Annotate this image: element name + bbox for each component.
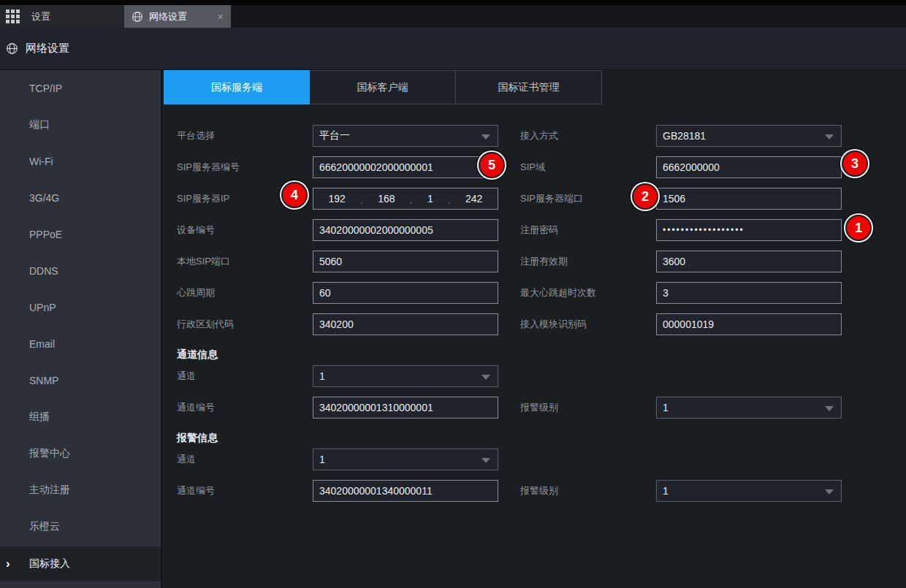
page-body: TCP/IP 端口 Wi-Fi 3G/4G PPPoE DDNS UPnP Em… (0, 70, 906, 588)
sidebar-item-lechange[interactable]: 乐橙云 (0, 508, 161, 545)
channel-info-section-title: 通道信息 (177, 345, 878, 365)
sidebar-item-label: DDNS (29, 265, 58, 277)
sidebar-item-3g4g[interactable]: 3G/4G (0, 180, 161, 216)
platform-select-label: 平台选择 (177, 129, 313, 142)
annotation-badge-5: 5 (479, 152, 505, 178)
alarm-info-alarm-level-dropdown[interactable]: 1 (656, 480, 842, 502)
access-module-id-label: 接入模块识别码 (520, 318, 656, 331)
register-validity-label: 注册有效期 (520, 255, 656, 268)
alarm-channel-dropdown[interactable]: 1 (313, 448, 498, 470)
form-row: 行政区划代码 接入模块识别码 (177, 313, 878, 335)
page-title: 网络设置 (26, 42, 69, 56)
ip-octet-1[interactable]: 192 (329, 193, 346, 205)
form-row: 心跳周期 最大心跳超时次数 (177, 282, 878, 304)
form-row: 本地SIP端口 注册有效期 (177, 251, 878, 272)
form-row: 通道编号 报警级别 1 (177, 397, 878, 419)
sidebar-item-multicast[interactable]: 组播 (0, 399, 161, 435)
channel-id-input[interactable] (313, 397, 498, 419)
tab-label: 国标证书管理 (498, 81, 560, 94)
app-window: 设置 网络设置 × 网络设置 TCP/IP 端口 Wi-Fi 3G/4G PPP… (0, 0, 906, 588)
sidebar-item-auto-register[interactable]: 主动注册 (0, 472, 161, 508)
sidebar-item-wifi[interactable]: Wi-Fi (0, 143, 161, 180)
sidebar-item-alarm-center[interactable]: 报警中心 (0, 435, 161, 472)
alarm-level-dropdown[interactable]: 1 (656, 397, 842, 419)
chevron-down-icon (481, 458, 490, 463)
sip-server-port-input[interactable] (656, 188, 842, 210)
sidebar-item-upnp[interactable]: UPnP (0, 289, 161, 326)
annotation-badge-1: 1 (845, 215, 872, 241)
ip-separator: . (410, 196, 412, 206)
sidebar-item-ddns[interactable]: DDNS (0, 253, 161, 289)
tab-label: 国标服务端 (211, 81, 262, 94)
globe-icon (6, 42, 18, 55)
gb-server-form: 1 2 3 4 5 平台选择 平台一 接入方式 GB28181 (177, 125, 878, 502)
channel-dropdown[interactable]: 1 (313, 365, 498, 387)
sidebar-item-label: 国标接入 (29, 557, 70, 570)
sidebar-item-pppoe[interactable]: PPPoE (0, 216, 161, 253)
chevron-down-icon (825, 134, 834, 140)
alarm-channel-value: 1 (319, 454, 325, 465)
tab-gb-cert-manage[interactable]: 国标证书管理 (456, 70, 602, 104)
sidebar-item-label: 3G/4G (29, 192, 59, 204)
ip-separator: . (360, 196, 362, 206)
sidebar-item-email[interactable]: Email (0, 326, 161, 362)
local-sip-port-label: 本地SIP端口 (177, 255, 313, 268)
platform-select-value: 平台一 (319, 129, 350, 142)
page-header: 网络设置 (0, 28, 906, 70)
alarm-level-value: 1 (663, 485, 669, 497)
sidebar-item-tcpip[interactable]: TCP/IP (0, 70, 161, 107)
sidebar-item-label: Wi-Fi (29, 156, 53, 167)
sidebar-item-label: UPnP (29, 302, 56, 313)
main-content: 国标服务端 国标客户端 国标证书管理 1 2 3 4 5 平台选择 平台一 (162, 70, 906, 588)
device-id-input[interactable] (313, 219, 498, 241)
alarm-channel-id-input[interactable] (313, 480, 498, 502)
access-type-label: 接入方式 (520, 129, 656, 142)
sidebar-item-label: 主动注册 (29, 484, 70, 497)
register-validity-input[interactable] (656, 251, 842, 272)
alarm-channel-label: 通道 (177, 453, 313, 466)
sidebar-item-label: 乐橙云 (29, 520, 60, 533)
form-row: 平台选择 平台一 接入方式 GB28181 (177, 125, 878, 147)
ip-octet-4[interactable]: 242 (465, 193, 482, 205)
access-type-dropdown[interactable]: GB28181 (656, 125, 842, 147)
sip-server-ip-input[interactable]: 192 . 168 . 1 . 242 (313, 188, 498, 210)
alarm-level-label: 报警级别 (520, 484, 656, 497)
access-module-id-input[interactable] (656, 313, 842, 335)
sidebar-item-label: PPPoE (29, 229, 62, 240)
close-tab-icon[interactable]: × (218, 11, 224, 23)
admin-division-code-input[interactable] (313, 313, 498, 335)
max-heartbeat-timeouts-label: 最大心跳超时次数 (520, 286, 656, 299)
local-sip-port-input[interactable] (313, 251, 498, 272)
form-row: 通道 1 (177, 448, 878, 470)
register-password-label: 注册密码 (520, 224, 656, 237)
alarm-level-label: 报警级别 (520, 401, 656, 414)
chevron-down-icon (481, 375, 490, 380)
sidebar-item-port[interactable]: 端口 (0, 107, 161, 143)
ip-separator: . (448, 196, 450, 206)
heartbeat-period-label: 心跳周期 (177, 286, 313, 299)
platform-select-dropdown[interactable]: 平台一 (313, 125, 498, 147)
heartbeat-period-input[interactable] (313, 282, 498, 304)
tab-gb-server[interactable]: 国标服务端 (164, 70, 310, 104)
channel-value: 1 (319, 370, 325, 382)
alarm-level-value: 1 (663, 402, 669, 413)
max-heartbeat-timeouts-input[interactable] (656, 282, 842, 304)
sidebar-item-snmp[interactable]: SNMP (0, 362, 161, 399)
sidebar-item-gb28181[interactable]: › 国标接入 (0, 546, 161, 581)
sip-domain-label: SIP域 (520, 161, 656, 174)
admin-division-code-label: 行政区划代码 (177, 318, 313, 331)
register-password-input[interactable] (656, 219, 842, 241)
sip-server-id-label: SIP服务器编号 (177, 161, 313, 174)
chevron-down-icon (825, 406, 834, 411)
sidebar: TCP/IP 端口 Wi-Fi 3G/4G PPPoE DDNS UPnP Em… (0, 70, 162, 588)
form-row: 设备编号 注册密码 (177, 219, 878, 241)
sip-server-id-input[interactable] (313, 156, 498, 178)
sip-domain-input[interactable] (656, 156, 842, 178)
sidebar-item-label: TCP/IP (29, 83, 62, 94)
main-menu-tab[interactable]: 设置 (0, 5, 124, 28)
network-settings-doc-tab[interactable]: 网络设置 × (124, 5, 231, 28)
tab-gb-client[interactable]: 国标客户端 (310, 70, 456, 104)
chevron-right-icon: › (6, 557, 10, 571)
ip-octet-3[interactable]: 1 (427, 193, 433, 205)
ip-octet-2[interactable]: 168 (378, 193, 395, 205)
